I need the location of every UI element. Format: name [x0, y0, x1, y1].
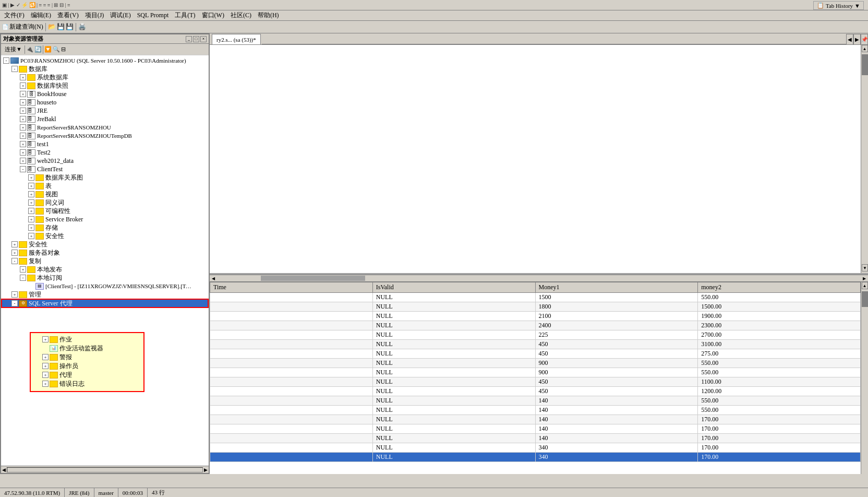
table-row[interactable]: NULL140550.00 — [210, 396, 861, 406]
table-row[interactable]: NULL900550.00 — [210, 368, 861, 377]
table-row[interactable]: NULL140170.00 — [210, 424, 861, 434]
tree-item-synonyms[interactable]: + 同义词 — [1, 198, 209, 207]
rep-expand-icon[interactable]: - — [11, 258, 18, 264]
so-expand-icon[interactable]: + — [11, 250, 18, 256]
editor-scroll-down[interactable]: ▼ — [862, 264, 868, 271]
rs-expand-icon[interactable]: + — [20, 124, 26, 131]
sysdb-expand-icon[interactable]: + — [20, 74, 26, 80]
results-vscroll[interactable]: ▲ — [861, 282, 868, 474]
tree-item-security-ct[interactable]: + 安全性 — [1, 232, 209, 240]
ct-expand-icon[interactable]: - — [20, 166, 26, 172]
oe-close-btn[interactable]: × — [200, 36, 207, 42]
oe-collapse-btn[interactable]: ⊟ — [61, 46, 66, 53]
tree-item-storage[interactable]: + 存储 — [1, 223, 209, 232]
errlog-expand[interactable]: + — [42, 381, 49, 387]
ht-expand-icon[interactable]: + — [20, 99, 26, 105]
menu-project[interactable]: 项目(J) — [83, 10, 106, 20]
snapshot-expand-icon[interactable]: + — [20, 82, 26, 89]
menu-file[interactable]: 文件(F) — [2, 10, 27, 20]
rstmp-expand-icon[interactable]: + — [20, 133, 26, 139]
sb-expand-icon[interactable]: + — [28, 216, 34, 222]
oe-refresh-btn[interactable]: 🔄 — [34, 46, 42, 53]
table-row[interactable]: NULL4503100.00 — [210, 340, 861, 349]
tree-item-dbdiagram[interactable]: + 数据库关系图 — [1, 173, 209, 182]
syn-expand-icon[interactable]: + — [28, 199, 34, 206]
tree-item-server[interactable]: - PC03\RANSOMZHOU (SQL Server 10.50.1600… — [1, 56, 209, 65]
oe-filter-btn[interactable]: 🔽 — [44, 46, 52, 53]
views-expand-icon[interactable]: + — [28, 191, 34, 197]
tree-item-local-subscribe[interactable]: - 本地订阅 — [1, 274, 209, 282]
tree-item-web2012[interactable]: + 🗄 web2012_data — [1, 157, 209, 165]
tree-item-jre[interactable]: + 🗄 JRE — [1, 106, 209, 115]
hscroll-thumb[interactable] — [261, 276, 365, 281]
tree-item-server-objects[interactable]: + 服务器对象 — [1, 249, 209, 257]
menu-edit[interactable]: 编辑(E) — [29, 10, 53, 20]
table-row[interactable]: NULL340170.00 — [210, 453, 861, 462]
tree-item-clienttest[interactable]: - 🗄 ClientTest — [1, 165, 209, 173]
table-row[interactable]: NULL140170.00 — [210, 415, 861, 424]
menu-sqlprompt[interactable]: SQL Prompt — [135, 11, 171, 20]
tree-item-houseto[interactable]: + 🗄 houseto — [1, 98, 209, 106]
tab-history-button[interactable]: 📋 Tab History ▼ — [813, 1, 864, 10]
tree-item-security-top[interactable]: + 安全性 — [1, 240, 209, 249]
table-row[interactable]: NULL21001900.00 — [210, 312, 861, 321]
prog-expand-icon[interactable]: + — [28, 208, 34, 214]
query-editor[interactable]: ▲ ▼ — [210, 45, 868, 275]
menu-view[interactable]: 查看(V) — [55, 10, 81, 20]
tree-item-test2[interactable]: + 🗄 Test2 — [1, 148, 209, 157]
toolbar-saveall-icon[interactable]: 💾 — [66, 23, 74, 31]
tree-item-local-publish[interactable]: + 本地发布 — [1, 265, 209, 274]
rv-scroll-up[interactable]: ▲ — [862, 282, 868, 289]
job-expand[interactable]: + — [42, 336, 49, 342]
tree-item-databases[interactable]: - 数据库 — [1, 65, 209, 73]
tree-item-sql-agent[interactable]: - ⚙ SQL Server 代理 — [1, 299, 209, 308]
jrebakl-expand-icon[interactable]: + — [20, 116, 26, 122]
table-row[interactable]: NULL340170.00 — [210, 443, 861, 453]
table-row[interactable]: NULL140170.00 — [210, 434, 861, 443]
tree-item-jrebakl[interactable]: + 🗄 JreBakl — [1, 115, 209, 123]
tree-item-programmability[interactable]: + 可编程性 — [1, 207, 209, 215]
agent-proxy-item[interactable]: + 代理 — [34, 371, 140, 379]
jre-expand-icon[interactable]: + — [20, 108, 26, 114]
editor-content[interactable] — [210, 45, 861, 273]
ls-expand-icon[interactable]: - — [20, 275, 26, 281]
mgmt-expand-icon[interactable]: + — [11, 291, 18, 298]
agent-expand-icon[interactable]: - — [11, 300, 18, 306]
table-row[interactable]: NULL900550.00 — [210, 359, 861, 368]
oe-tree[interactable]: - PC03\RANSOMZHOU (SQL Server 10.50.1600… — [1, 55, 209, 466]
server-expand-icon[interactable]: - — [3, 57, 9, 64]
menu-community[interactable]: 社区(C) — [228, 10, 254, 20]
table-row[interactable]: NULL140550.00 — [210, 406, 861, 415]
toolbar-save-icon[interactable]: 💾 — [57, 23, 65, 31]
agent-operator-item[interactable]: + 操作员 — [34, 362, 140, 370]
table-row[interactable]: NULL18001500.00 — [210, 302, 861, 312]
menu-window[interactable]: 窗口(W) — [200, 10, 226, 20]
editor-hscroll[interactable]: ◀ ▶ — [210, 275, 868, 282]
tree-item-test1[interactable]: + 🗄 test1 — [1, 140, 209, 148]
tables-expand-icon[interactable]: + — [28, 183, 34, 189]
query-tab-active[interactable]: ry2.s... (sa (53))* — [212, 34, 261, 44]
sec-top-expand-icon[interactable]: + — [11, 241, 18, 247]
tree-item-tables[interactable]: + 表 — [1, 182, 209, 190]
table-row[interactable]: NULL4501100.00 — [210, 377, 861, 387]
oe-minimize-btn[interactable]: _ — [186, 36, 192, 42]
hscroll-left[interactable]: ◀ — [210, 275, 217, 282]
editor-vscroll[interactable]: ▲ ▼ — [861, 45, 868, 273]
sec-ct-expand-icon[interactable]: + — [28, 233, 34, 239]
tree-item-service-broker[interactable]: + Service Broker — [1, 215, 209, 223]
tab-scroll-left[interactable]: ◀ — [846, 34, 853, 44]
hscroll-right[interactable]: ▶ — [861, 275, 868, 282]
op-expand[interactable]: + — [42, 363, 49, 369]
agent-alert-item[interactable]: + 警报 — [34, 353, 140, 361]
tree-item-db-snapshot[interactable]: + 数据库快照 — [1, 81, 209, 90]
table-row[interactable]: NULL1500550.00 — [210, 293, 861, 302]
editor-scroll-up[interactable]: ▲ — [862, 45, 868, 52]
agent-errorlog-item[interactable]: + 错误日志 — [34, 380, 140, 388]
tree-item-system-db[interactable]: + 系统数据库 — [1, 73, 209, 81]
agent-job-monitor[interactable]: 📊 作业活动监视器 — [34, 344, 140, 352]
table-row[interactable]: NULL24002300.00 — [210, 321, 861, 330]
oe-scroll-left[interactable]: ◀ — [1, 467, 7, 472]
t2-expand-icon[interactable]: + — [20, 149, 26, 156]
dbdiag-expand-icon[interactable]: + — [28, 174, 34, 181]
toolbar-open-icon[interactable]: 📂 — [48, 23, 56, 31]
